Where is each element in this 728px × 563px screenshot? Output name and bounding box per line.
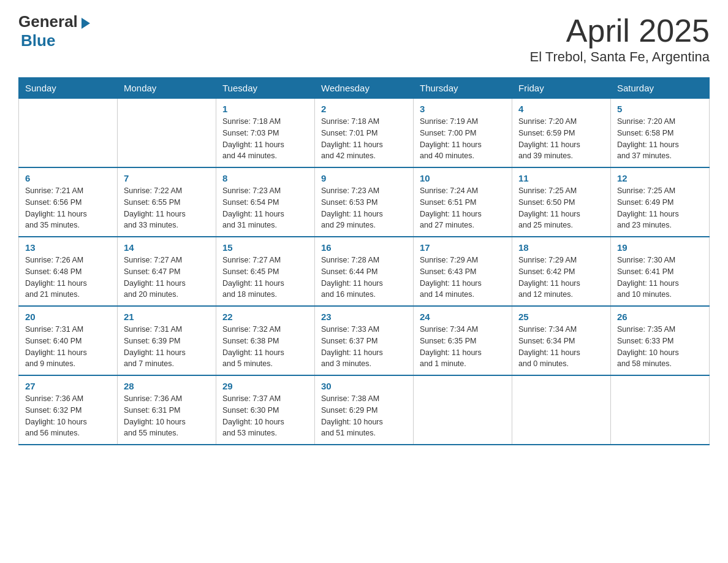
calendar-cell: 18Sunrise: 7:29 AMSunset: 6:42 PMDayligh…: [512, 237, 611, 306]
calendar-cell: 22Sunrise: 7:32 AMSunset: 6:38 PMDayligh…: [216, 306, 315, 375]
week-row-5: 27Sunrise: 7:36 AMSunset: 6:32 PMDayligh…: [19, 375, 710, 445]
day-number: 28: [124, 381, 210, 391]
day-info: Sunrise: 7:20 AMSunset: 6:58 PMDaylight:…: [617, 116, 703, 162]
day-info: Sunrise: 7:32 AMSunset: 6:38 PMDaylight:…: [222, 324, 308, 370]
day-info: Sunrise: 7:28 AMSunset: 6:44 PMDaylight:…: [321, 255, 407, 301]
day-info: Sunrise: 7:31 AMSunset: 6:40 PMDaylight:…: [25, 324, 111, 370]
day-number: 16: [321, 242, 407, 253]
day-info: Sunrise: 7:34 AMSunset: 6:35 PMDaylight:…: [420, 324, 506, 370]
day-number: 21: [124, 312, 210, 322]
day-info: Sunrise: 7:31 AMSunset: 6:39 PMDaylight:…: [124, 324, 210, 370]
day-info: Sunrise: 7:34 AMSunset: 6:34 PMDaylight:…: [518, 324, 604, 370]
day-info: Sunrise: 7:22 AMSunset: 6:55 PMDaylight:…: [124, 185, 210, 231]
calendar-cell: 4Sunrise: 7:20 AMSunset: 6:59 PMDaylight…: [512, 99, 611, 168]
calendar-cell: 16Sunrise: 7:28 AMSunset: 6:44 PMDayligh…: [315, 237, 414, 306]
calendar-cell: 25Sunrise: 7:34 AMSunset: 6:34 PMDayligh…: [512, 306, 611, 375]
calendar-cell: 12Sunrise: 7:25 AMSunset: 6:49 PMDayligh…: [611, 167, 710, 237]
calendar-subtitle: El Trebol, Santa Fe, Argentina: [529, 49, 710, 65]
calendar-cell: 17Sunrise: 7:29 AMSunset: 6:43 PMDayligh…: [414, 237, 512, 306]
calendar-cell: 10Sunrise: 7:24 AMSunset: 6:51 PMDayligh…: [414, 167, 512, 237]
day-info: Sunrise: 7:23 AMSunset: 6:53 PMDaylight:…: [321, 185, 407, 231]
day-number: 26: [617, 312, 703, 322]
week-row-4: 20Sunrise: 7:31 AMSunset: 6:40 PMDayligh…: [19, 306, 710, 375]
calendar-cell: 26Sunrise: 7:35 AMSunset: 6:33 PMDayligh…: [611, 306, 710, 375]
day-number: 24: [420, 312, 506, 322]
calendar-cell: 7Sunrise: 7:22 AMSunset: 6:55 PMDaylight…: [118, 167, 216, 237]
day-info: Sunrise: 7:25 AMSunset: 6:50 PMDaylight:…: [518, 185, 604, 231]
day-number: 25: [518, 312, 604, 322]
calendar-title: April 2025: [529, 12, 710, 49]
calendar-cell: 29Sunrise: 7:37 AMSunset: 6:30 PMDayligh…: [216, 375, 315, 445]
header-row: SundayMondayTuesdayWednesdayThursdayFrid…: [19, 78, 710, 99]
header-day-monday: Monday: [118, 78, 216, 99]
week-row-3: 13Sunrise: 7:26 AMSunset: 6:48 PMDayligh…: [19, 237, 710, 306]
calendar-table: SundayMondayTuesdayWednesdayThursdayFrid…: [18, 77, 710, 445]
day-number: 11: [518, 173, 604, 183]
logo-blue-text: Blue: [21, 31, 55, 50]
day-number: 3: [420, 104, 506, 114]
title-section: April 2025 El Trebol, Santa Fe, Argentin…: [529, 12, 710, 65]
day-info: Sunrise: 7:19 AMSunset: 7:00 PMDaylight:…: [420, 116, 506, 162]
day-number: 10: [420, 173, 506, 183]
calendar-cell: 24Sunrise: 7:34 AMSunset: 6:35 PMDayligh…: [414, 306, 512, 375]
calendar-cell: [611, 375, 710, 445]
calendar-cell: 6Sunrise: 7:21 AMSunset: 6:56 PMDaylight…: [19, 167, 118, 237]
header-day-tuesday: Tuesday: [216, 78, 315, 99]
week-row-2: 6Sunrise: 7:21 AMSunset: 6:56 PMDaylight…: [19, 167, 710, 237]
day-number: 8: [222, 173, 308, 183]
week-row-1: 1Sunrise: 7:18 AMSunset: 7:03 PMDaylight…: [19, 99, 710, 168]
calendar-cell: 21Sunrise: 7:31 AMSunset: 6:39 PMDayligh…: [118, 306, 216, 375]
calendar-cell: 27Sunrise: 7:36 AMSunset: 6:32 PMDayligh…: [19, 375, 118, 445]
day-info: Sunrise: 7:27 AMSunset: 6:47 PMDaylight:…: [124, 255, 210, 301]
day-info: Sunrise: 7:18 AMSunset: 7:01 PMDaylight:…: [321, 116, 407, 162]
calendar-cell: 13Sunrise: 7:26 AMSunset: 6:48 PMDayligh…: [19, 237, 118, 306]
day-number: 30: [321, 381, 407, 391]
day-info: Sunrise: 7:35 AMSunset: 6:33 PMDaylight:…: [617, 324, 703, 370]
day-number: 20: [25, 312, 111, 322]
calendar-cell: 14Sunrise: 7:27 AMSunset: 6:47 PMDayligh…: [118, 237, 216, 306]
day-info: Sunrise: 7:38 AMSunset: 6:29 PMDaylight:…: [321, 393, 407, 439]
day-info: Sunrise: 7:37 AMSunset: 6:30 PMDaylight:…: [222, 393, 308, 439]
day-info: Sunrise: 7:36 AMSunset: 6:31 PMDaylight:…: [124, 393, 210, 439]
day-info: Sunrise: 7:26 AMSunset: 6:48 PMDaylight:…: [25, 255, 111, 301]
day-number: 23: [321, 312, 407, 322]
calendar-cell: 5Sunrise: 7:20 AMSunset: 6:58 PMDaylight…: [611, 99, 710, 168]
day-number: 6: [25, 173, 111, 183]
day-info: Sunrise: 7:24 AMSunset: 6:51 PMDaylight:…: [420, 185, 506, 231]
calendar-cell: 28Sunrise: 7:36 AMSunset: 6:31 PMDayligh…: [118, 375, 216, 445]
day-number: 17: [420, 242, 506, 253]
day-number: 4: [518, 104, 604, 114]
calendar-cell: 11Sunrise: 7:25 AMSunset: 6:50 PMDayligh…: [512, 167, 611, 237]
header-day-thursday: Thursday: [414, 78, 512, 99]
header-day-friday: Friday: [512, 78, 611, 99]
day-number: 5: [617, 104, 703, 114]
day-info: Sunrise: 7:29 AMSunset: 6:42 PMDaylight:…: [518, 255, 604, 301]
day-number: 12: [617, 173, 703, 183]
day-info: Sunrise: 7:29 AMSunset: 6:43 PMDaylight:…: [420, 255, 506, 301]
day-number: 22: [222, 312, 308, 322]
calendar-cell: 15Sunrise: 7:27 AMSunset: 6:45 PMDayligh…: [216, 237, 315, 306]
day-number: 15: [222, 242, 308, 253]
calendar-cell: 1Sunrise: 7:18 AMSunset: 7:03 PMDaylight…: [216, 99, 315, 168]
day-info: Sunrise: 7:27 AMSunset: 6:45 PMDaylight:…: [222, 255, 308, 301]
day-info: Sunrise: 7:25 AMSunset: 6:49 PMDaylight:…: [617, 185, 703, 231]
calendar-cell: 20Sunrise: 7:31 AMSunset: 6:40 PMDayligh…: [19, 306, 118, 375]
day-info: Sunrise: 7:33 AMSunset: 6:37 PMDaylight:…: [321, 324, 407, 370]
calendar-cell: 30Sunrise: 7:38 AMSunset: 6:29 PMDayligh…: [315, 375, 414, 445]
calendar-cell: [118, 99, 216, 168]
logo-arrow-icon: [82, 18, 90, 29]
logo: General Blue: [18, 12, 90, 50]
header-day-saturday: Saturday: [611, 78, 710, 99]
day-number: 27: [25, 381, 111, 391]
day-number: 9: [321, 173, 407, 183]
calendar-cell: [512, 375, 611, 445]
day-number: 7: [124, 173, 210, 183]
header-day-sunday: Sunday: [19, 78, 118, 99]
page-header: General Blue April 2025 El Trebol, Santa…: [18, 12, 710, 65]
header-day-wednesday: Wednesday: [315, 78, 414, 99]
day-number: 14: [124, 242, 210, 253]
day-info: Sunrise: 7:20 AMSunset: 6:59 PMDaylight:…: [518, 116, 604, 162]
day-number: 19: [617, 242, 703, 253]
calendar-cell: [19, 99, 118, 168]
day-info: Sunrise: 7:21 AMSunset: 6:56 PMDaylight:…: [25, 185, 111, 231]
